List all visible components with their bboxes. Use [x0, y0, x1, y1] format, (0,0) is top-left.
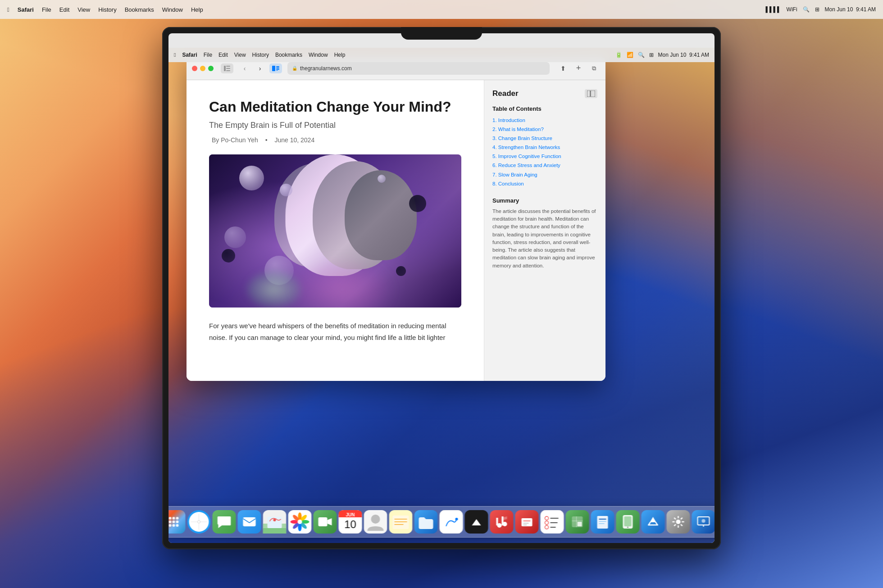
article-area[interactable]: Can Meditation Change Your Mind? The Emp… — [187, 80, 484, 381]
dock-item-notes[interactable] — [389, 510, 413, 534]
toc-item-3[interactable]: 3. Change Brain Structure — [492, 134, 597, 143]
svg-rect-8 — [276, 70, 278, 71]
file-menu[interactable]: File — [42, 6, 51, 13]
toc-item-7[interactable]: 7. Slow Brain Aging — [492, 170, 597, 179]
screen-menu-right: 🔋 📶 🔍 ⊞ Mon Jun 10 9:41 AM — [615, 52, 709, 58]
dock-item-facetime[interactable] — [314, 510, 337, 534]
apple-menu[interactable]:  — [7, 6, 9, 13]
toc-heading: Table of Contents — [492, 105, 597, 112]
dock-item-messages[interactable] — [213, 510, 236, 534]
reader-header: Reader — [492, 89, 597, 98]
toc-item-8[interactable]: 8. Conclusion — [492, 179, 597, 188]
dock-item-contacts[interactable] — [364, 510, 387, 534]
app-name-menu[interactable]: Safari — [18, 6, 34, 13]
dock-item-launchpad[interactable] — [168, 510, 186, 534]
menu-bar-right: ▌▌▌▌ WiFi 🔍 ⊞ Mon Jun 10 9:41 AM — [766, 6, 876, 13]
toc-item-2[interactable]: 2. What is Meditation? — [492, 125, 597, 134]
screen-apple-menu[interactable]:  — [174, 52, 176, 58]
minimize-button[interactable] — [200, 66, 205, 71]
svg-rect-6 — [276, 68, 279, 68]
svg-rect-85 — [624, 516, 632, 526]
dock-item-screen-saver[interactable] — [692, 510, 715, 534]
dock-item-photos[interactable] — [288, 510, 312, 534]
close-button[interactable] — [192, 66, 197, 71]
dock-item-pages[interactable] — [591, 510, 614, 534]
control-center[interactable]: ⊞ — [815, 6, 819, 13]
dock-item-appstore[interactable] — [642, 510, 665, 534]
screen-history-menu[interactable]: History — [252, 52, 269, 58]
screen-wallpaper:  Safari File Edit View History Bookmark… — [168, 48, 715, 543]
bookmarks-menu[interactable]: Bookmarks — [125, 6, 154, 13]
toolbar-actions: ⬆ + ⧉ — [557, 62, 600, 75]
battery-status: ▌▌▌▌ — [766, 6, 781, 13]
dock-item-files[interactable] — [414, 510, 438, 534]
reader-panel: Reader Table of Contents — [484, 80, 605, 381]
sidebar-toggle-button[interactable] — [221, 63, 233, 73]
dock-item-appletv[interactable] — [465, 510, 488, 534]
view-menu[interactable]: View — [77, 6, 90, 13]
screen-view-menu[interactable]: View — [234, 52, 246, 58]
screen-control[interactable]: ⊞ — [649, 52, 654, 58]
dock-item-music[interactable] — [490, 510, 514, 534]
screen-window-menu[interactable]: Window — [309, 52, 328, 58]
svg-rect-5 — [276, 66, 279, 67]
toc-item-5[interactable]: 5. Improve Cognitive Function — [492, 152, 597, 161]
window-menu[interactable]: Window — [162, 6, 183, 13]
screen-file-menu[interactable]: File — [204, 52, 212, 58]
share-button[interactable]: ⬆ — [557, 62, 569, 75]
dock-item-safari[interactable] — [187, 510, 211, 534]
reader-mode-button[interactable] — [269, 63, 282, 73]
back-button[interactable]: ‹ — [239, 63, 250, 74]
screen-menu-bar:  Safari File Edit View History Bookmark… — [168, 48, 715, 62]
dock-item-numbers[interactable] — [566, 510, 589, 534]
dock-item-news[interactable] — [515, 510, 539, 534]
search-status[interactable]: 🔍 — [803, 6, 810, 13]
history-menu[interactable]: History — [98, 6, 116, 13]
screen-help-menu[interactable]: Help — [334, 52, 346, 58]
notch — [401, 27, 482, 40]
dock-item-reminders[interactable] — [541, 510, 564, 534]
edit-menu[interactable]: Edit — [59, 6, 69, 13]
screen-edit-menu[interactable]: Edit — [218, 52, 228, 58]
svg-rect-69 — [541, 510, 564, 534]
safari-window: ‹ › — [187, 57, 605, 381]
svg-point-60 — [455, 518, 458, 520]
svg-text:JUN: JUN — [346, 512, 355, 517]
maximize-button[interactable] — [208, 66, 214, 71]
svg-rect-79 — [578, 522, 582, 526]
svg-point-13 — [169, 517, 172, 520]
toc-item-1[interactable]: 1. Introduction — [492, 116, 597, 125]
dock-item-freeform[interactable] — [440, 510, 463, 534]
summary-text: The article discusses the potential bene… — [492, 208, 597, 270]
new-tab-button[interactable]: + — [572, 62, 585, 75]
screen-safari-label[interactable]: Safari — [182, 52, 197, 58]
screen-bookmarks-menu[interactable]: Bookmarks — [275, 52, 302, 58]
article-body-text: For years we've heard whispers of the be… — [209, 320, 461, 343]
toc-item-6[interactable]: 6. Reduce Stress and Anxiety — [492, 161, 597, 170]
hero-visual — [209, 154, 461, 308]
svg-rect-9 — [587, 90, 590, 97]
safari-content: Can Meditation Change Your Mind? The Emp… — [187, 80, 605, 381]
dock-item-phone-mirror[interactable] — [616, 510, 640, 534]
dock-item-system-settings[interactable] — [667, 510, 690, 534]
tab-overview-button[interactable]: ⧉ — [587, 62, 600, 75]
reader-panel-title: Reader — [492, 89, 519, 98]
dock: 🔵 — [168, 506, 715, 538]
toc-item-4[interactable]: 4. Strengthen Brain Networks — [492, 143, 597, 152]
forward-button[interactable]: › — [254, 63, 266, 74]
address-bar[interactable]: 🔒 thegranularnews.com — [287, 62, 550, 75]
svg-line-92 — [674, 518, 676, 520]
svg-rect-64 — [496, 518, 498, 525]
screen-search[interactable]: 🔍 — [638, 52, 645, 58]
screen-bezel:  Safari File Edit View History Bookmark… — [162, 27, 721, 549]
dock-item-maps[interactable] — [263, 510, 287, 534]
article-body[interactable]: For years we've heard whispers of the be… — [209, 320, 461, 343]
dock-item-calendar[interactable]: JUN 10 — [339, 510, 362, 534]
reader-view-toggle[interactable] — [585, 89, 597, 98]
svg-point-14 — [173, 517, 175, 520]
help-menu[interactable]: Help — [191, 6, 203, 13]
article-dot: • — [265, 136, 268, 144]
dock-item-mail[interactable] — [238, 510, 261, 534]
screen-wifi: 📶 — [627, 52, 633, 58]
svg-line-93 — [681, 525, 683, 526]
